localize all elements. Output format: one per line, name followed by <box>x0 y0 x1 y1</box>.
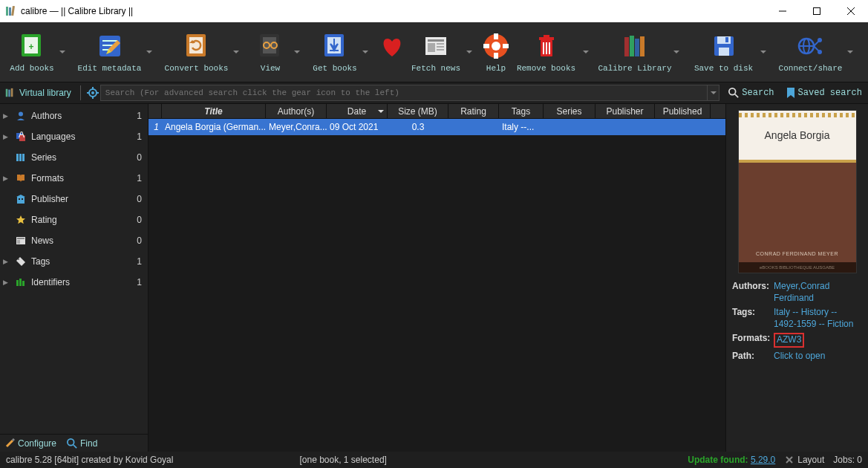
convert-books-dropdown[interactable] <box>232 37 241 67</box>
column-rating[interactable]: Rating <box>448 104 499 118</box>
layout-button[interactable]: Layout <box>784 455 824 465</box>
sidebar-count: 1 <box>137 277 142 287</box>
save-to-disk-button[interactable]: Save to disk <box>688 31 759 73</box>
column-series[interactable]: Series <box>544 104 595 118</box>
update-notice[interactable]: Update found: 5.29.0 <box>688 455 775 465</box>
update-version: 5.29.0 <box>751 455 775 465</box>
edit-metadata-button[interactable]: Edit metadata <box>74 31 145 73</box>
column-title[interactable]: Title <box>162 104 266 118</box>
calibre-library-dropdown[interactable] <box>672 37 681 67</box>
jobs-indicator[interactable]: Jobs: 0 <box>833 455 862 465</box>
svg-rect-73 <box>19 154 22 161</box>
svg-rect-74 <box>22 154 25 161</box>
meta-authors-value[interactable]: Meyer,Conrad Ferdinand <box>774 281 862 304</box>
svg-rect-84 <box>22 281 25 286</box>
meta-label: Path: <box>732 351 774 363</box>
expand-icon[interactable]: ▶ <box>3 279 10 286</box>
svg-rect-23 <box>330 50 339 51</box>
sidebar-item-news[interactable]: News 0 <box>0 230 148 251</box>
svg-rect-48 <box>719 48 729 56</box>
view-dropdown[interactable] <box>293 37 301 67</box>
sidebar-label: Publisher <box>31 194 132 204</box>
virtual-library-button[interactable]: Virtual library <box>0 82 76 103</box>
sidebar-item-tags[interactable]: ▶ Tags 1 <box>0 251 148 272</box>
expand-icon[interactable]: ▶ <box>3 175 10 182</box>
svg-rect-41 <box>549 42 550 54</box>
column-date[interactable]: Date <box>327 104 388 118</box>
fetch-news-dropdown[interactable] <box>465 37 474 67</box>
view-button[interactable]: View <box>248 31 293 73</box>
svg-rect-32 <box>494 33 498 39</box>
cell-size: 0.3 <box>388 122 448 132</box>
help-button[interactable]: Help <box>481 31 511 73</box>
add-books-button[interactable]: + Add books <box>6 31 58 73</box>
svg-point-66 <box>729 88 736 95</box>
column-authors[interactable]: Author(s) <box>266 104 327 118</box>
advanced-search-gear-icon[interactable] <box>85 85 100 100</box>
svg-rect-0 <box>6 7 8 16</box>
sidebar-item-formats[interactable]: ▶ Formats 1 <box>0 168 148 189</box>
close-button[interactable] <box>834 0 868 22</box>
sidebar-label: Formats <box>31 173 132 183</box>
expand-icon[interactable]: ▶ <box>3 258 10 265</box>
cover-author: CONRAD FERDINAND MEYER <box>756 251 838 256</box>
sidebar-item-publisher[interactable]: Publisher 0 <box>0 189 148 209</box>
edit-metadata-dropdown[interactable] <box>145 37 154 67</box>
remove-books-button[interactable]: Remove books <box>511 31 581 73</box>
connect-share-button[interactable]: Connect/share <box>775 31 846 73</box>
expand-icon[interactable]: ▶ <box>3 133 10 140</box>
table-row[interactable]: 1 Angela Borgia (German... Meyer,Conra..… <box>149 119 725 135</box>
column-rownum[interactable] <box>149 104 162 118</box>
svg-rect-39 <box>543 42 544 54</box>
search-history-dropdown[interactable] <box>707 85 719 100</box>
calibre-library-button[interactable]: Calibre Library <box>598 31 672 73</box>
configure-button[interactable]: Configure <box>4 438 56 449</box>
column-publisher[interactable]: Publisher <box>595 104 655 118</box>
convert-books-button[interactable]: Convert books <box>161 31 232 73</box>
meta-tags: Tags: Italy -- History -- 1492-1559 -- F… <box>732 307 862 330</box>
sidebar-count: 0 <box>137 152 142 163</box>
svg-rect-47 <box>717 36 731 44</box>
toolbar-label: Edit metadata <box>78 64 142 73</box>
book-cover[interactable]: Angela Borgia CONRAD FERDINAND MEYER eBO… <box>738 110 857 273</box>
donate-button[interactable] <box>377 31 407 73</box>
search-button[interactable]: Search <box>722 82 780 103</box>
get-books-button[interactable]: Get books <box>309 31 361 73</box>
minimize-button[interactable] <box>766 0 800 22</box>
sidebar-item-series[interactable]: Series 0 <box>0 147 148 168</box>
column-published[interactable]: Published <box>655 104 711 118</box>
remove-books-dropdown[interactable] <box>581 37 590 67</box>
sort-desc-icon <box>378 108 384 114</box>
maximize-button[interactable] <box>800 0 834 22</box>
sidebar-item-languages[interactable]: ▶ A Languages 1 <box>0 126 148 147</box>
svg-line-56 <box>814 46 820 52</box>
table-header: Title Author(s) Date Size (MB) Rating Ta… <box>149 104 725 119</box>
expand-icon[interactable]: ▶ <box>3 112 10 120</box>
format-highlight[interactable]: AZW3 <box>774 333 804 348</box>
toolbar-label: Help <box>486 64 506 73</box>
column-size[interactable]: Size (MB) <box>388 104 448 118</box>
sidebar-label: Languages <box>31 131 132 142</box>
meta-formats-value[interactable]: AZW3 <box>774 333 862 348</box>
get-books-dropdown[interactable] <box>361 37 370 67</box>
find-button[interactable]: Find <box>67 438 97 449</box>
sidebar-item-rating[interactable]: Rating 0 <box>0 209 148 230</box>
add-books-dropdown[interactable] <box>58 37 67 67</box>
connect-share-dropdown[interactable] <box>846 37 855 67</box>
saved-search-button[interactable]: Saved search <box>780 82 868 103</box>
fetch-news-button[interactable]: Fetch news <box>407 31 465 73</box>
column-tags[interactable]: Tags <box>499 104 544 118</box>
sidebar-label: Rating <box>31 215 132 225</box>
sidebar-item-identifiers[interactable]: ▶ Identifiers 1 <box>0 272 148 293</box>
sidebar-item-authors[interactable]: ▶ Authors 1 <box>0 105 148 126</box>
svg-rect-40 <box>546 42 547 54</box>
cell-author: Meyer,Conra... <box>266 122 327 132</box>
svg-text:A: A <box>19 131 25 140</box>
save-to-disk-dropdown[interactable] <box>759 37 768 67</box>
search-input[interactable] <box>101 87 708 99</box>
meta-label: Formats: <box>732 333 774 348</box>
titlebar: calibre — || Calibre Library || <box>0 0 868 22</box>
meta-path-value[interactable]: Click to open <box>774 351 862 363</box>
meta-tags-value[interactable]: Italy -- History -- 1492-1559 -- Fiction <box>774 307 862 330</box>
sidebar-label: Tags <box>31 256 132 267</box>
